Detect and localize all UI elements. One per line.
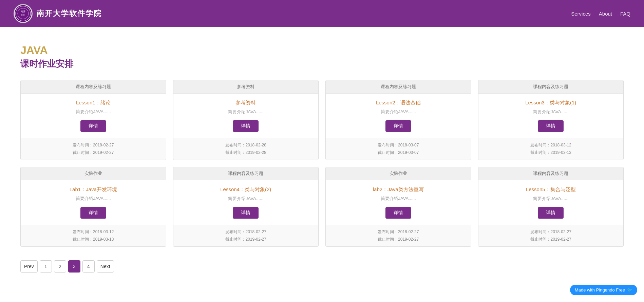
prev-button[interactable]: Prev	[20, 260, 38, 273]
card-item: 实验作业 lab2：Java类方法重写 简要介绍JAVA...... 详情 发布…	[325, 167, 471, 247]
card-item: 参考资料 参考资料 简要介绍JAVA...... 详情 发布时间：2018-02…	[173, 80, 319, 160]
deadline-time: 截止时间：2019-02-27	[26, 149, 160, 157]
deadline-time: 截止时间：2019-02-27	[331, 236, 466, 243]
card-category: 课程内容及练习题	[173, 167, 319, 180]
card-category: 课程内容及练习题	[21, 80, 166, 94]
detail-button[interactable]: 详情	[538, 120, 564, 132]
card-desc: 简要介绍JAVA......	[381, 109, 416, 115]
card-body: lab2：Java类方法重写 简要介绍JAVA...... 详情	[326, 180, 471, 225]
deadline-time: 截止时间：2019-03-07	[331, 149, 466, 157]
publish-time: 发布时间：2018-03-12	[484, 142, 618, 149]
logo-image: 南开 1919	[14, 4, 33, 23]
card-title: Lesson1：绪论	[76, 100, 111, 106]
card-title: 参考资料	[235, 100, 256, 106]
card-desc: 简要介绍JAVA......	[381, 196, 416, 202]
cards-grid: 课程内容及练习题 Lesson1：绪论 简要介绍JAVA...... 详情 发布…	[20, 80, 624, 247]
nav-faq[interactable]: FAQ	[620, 11, 630, 17]
card-footer: 发布时间：2018-03-12 截止时间：2019-03-13	[478, 138, 624, 160]
card-footer: 发布时间：2018-02-27 截止时间：2019-02-27	[21, 138, 166, 160]
card-item: 课程内容及练习题 Lesson2：语法基础 简要介绍JAVA...... 详情 …	[325, 80, 471, 160]
card-category: 课程内容及练习题	[478, 167, 624, 180]
page-number-button[interactable]: 1	[40, 260, 52, 273]
card-title: Lesson5：集合与泛型	[526, 186, 576, 193]
page-number-button[interactable]: 4	[82, 260, 95, 273]
card-body: Lesson3：类与对象(1) 简要介绍JAVA...... 详情	[478, 94, 624, 138]
card-item: 课程内容及练习题 Lesson5：集合与泛型 简要介绍JAVA...... 详情…	[478, 167, 624, 247]
page-number-button[interactable]: 3	[68, 260, 80, 273]
card-desc: 简要介绍JAVA......	[533, 196, 568, 202]
svg-text:1919: 1919	[21, 14, 25, 16]
card-footer: 发布时间：2018-02-27 截止时间：2019-02-27	[326, 225, 471, 246]
deadline-time: 截止时间：2019-02-28	[179, 149, 313, 157]
main-content: JAVA 课时作业安排 课程内容及练习题 Lesson1：绪论 简要介绍JAVA…	[0, 27, 644, 286]
deadline-time: 截止时间：2019-02-27	[179, 236, 313, 243]
card-footer: 发布时间：2018-03-12 截止时间：2019-03-13	[21, 225, 166, 246]
publish-time: 发布时间：2018-02-27	[26, 142, 160, 149]
pingendo-badge: Made with Pingendo Free 🐦	[570, 285, 637, 286]
card-footer: 发布时间：2018-02-27 截止时间：2019-02-27	[478, 225, 624, 246]
publish-time: 发布时间：2018-02-27	[484, 228, 618, 236]
card-body: Lab1：Java开发环境 简要介绍JAVA...... 详情	[21, 180, 166, 225]
card-body: Lesson5：集合与泛型 简要介绍JAVA...... 详情	[478, 180, 624, 225]
main-nav: Services About FAQ	[571, 11, 630, 17]
logo-area: 南开 1919 南开大学软件学院	[14, 4, 102, 23]
card-desc: 简要介绍JAVA......	[76, 109, 111, 115]
card-item: 实验作业 Lab1：Java开发环境 简要介绍JAVA...... 详情 发布时…	[20, 167, 166, 247]
detail-button[interactable]: 详情	[538, 207, 564, 219]
card-category: 课程内容及练习题	[478, 80, 624, 94]
card-category: 课程内容及练习题	[326, 80, 471, 94]
publish-time: 发布时间：2018-03-07	[331, 142, 466, 149]
page-title: JAVA	[20, 44, 624, 57]
page-subtitle: 课时作业安排	[20, 58, 624, 70]
card-category: 实验作业	[21, 167, 166, 180]
deadline-time: 截止时间：2019-03-13	[484, 149, 618, 157]
svg-point-0	[16, 6, 31, 21]
card-desc: 简要介绍JAVA......	[76, 196, 111, 202]
nav-services[interactable]: Services	[571, 11, 591, 17]
card-item: 课程内容及练习题 Lesson1：绪论 简要介绍JAVA...... 详情 发布…	[20, 80, 166, 160]
card-desc: 简要介绍JAVA......	[228, 196, 263, 202]
publish-time: 发布时间：2018-02-27	[179, 228, 313, 236]
card-category: 参考资料	[173, 80, 319, 94]
deadline-time: 截止时间：2019-03-13	[26, 236, 160, 243]
nav-about[interactable]: About	[599, 11, 612, 17]
card-body: Lesson1：绪论 简要介绍JAVA...... 详情	[21, 94, 166, 138]
svg-text:南开: 南开	[21, 10, 25, 13]
publish-time: 发布时间：2018-02-27	[331, 228, 466, 236]
detail-button[interactable]: 详情	[80, 207, 106, 219]
deadline-time: 截止时间：2019-02-27	[484, 236, 618, 243]
card-category: 实验作业	[326, 167, 471, 180]
detail-button[interactable]: 详情	[233, 120, 259, 132]
card-title: Lesson4：类与对象(2)	[220, 186, 271, 193]
page-number-button[interactable]: 2	[54, 260, 66, 273]
next-button[interactable]: Next	[97, 260, 114, 273]
publish-time: 发布时间：2018-02-28	[179, 142, 313, 149]
card-title: Lesson2：语法基础	[376, 100, 421, 106]
card-footer: 发布时间：2018-02-27 截止时间：2019-02-27	[173, 225, 319, 246]
card-footer: 发布时间：2018-02-28 截止时间：2019-02-28	[173, 138, 319, 160]
card-item: 课程内容及练习题 Lesson3：类与对象(1) 简要介绍JAVA...... …	[478, 80, 624, 160]
card-body: 参考资料 简要介绍JAVA...... 详情	[173, 94, 319, 138]
card-title: Lesson3：类与对象(1)	[525, 100, 576, 106]
publish-time: 发布时间：2018-03-12	[26, 228, 160, 236]
detail-button[interactable]: 详情	[233, 207, 259, 219]
card-title: Lab1：Java开发环境	[70, 186, 117, 193]
card-title: lab2：Java类方法重写	[373, 186, 424, 193]
logo-icon: 南开 1919	[15, 5, 32, 22]
card-desc: 简要介绍JAVA......	[533, 109, 568, 115]
card-item: 课程内容及练习题 Lesson4：类与对象(2) 简要介绍JAVA...... …	[173, 167, 319, 247]
detail-button[interactable]: 详情	[385, 207, 411, 219]
card-body: Lesson2：语法基础 简要介绍JAVA...... 详情	[326, 94, 471, 138]
header: 南开 1919 南开大学软件学院 Services About FAQ	[0, 0, 644, 27]
pagination: Prev1234Next	[20, 260, 624, 273]
card-footer: 发布时间：2018-03-07 截止时间：2019-03-07	[326, 138, 471, 160]
detail-button[interactable]: 详情	[80, 120, 106, 132]
site-title: 南开大学软件学院	[37, 8, 102, 19]
detail-button[interactable]: 详情	[385, 120, 411, 132]
card-body: Lesson4：类与对象(2) 简要介绍JAVA...... 详情	[173, 180, 319, 225]
card-desc: 简要介绍JAVA......	[228, 109, 263, 115]
